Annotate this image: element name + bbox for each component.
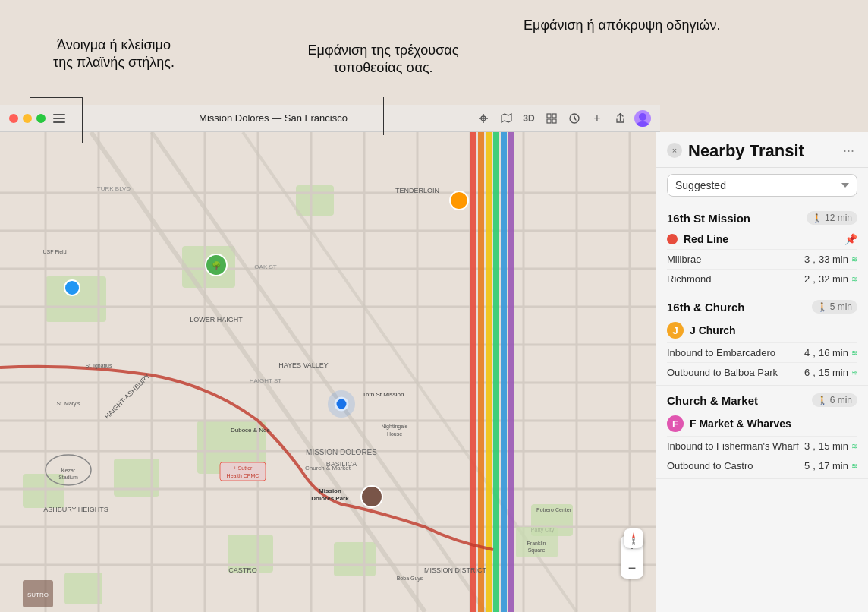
map-area[interactable]: 🌳 MISSION DOLORES BASILICA LOWER HAIGHT … [0, 132, 660, 612]
svg-text:HAYES VALLEY: HAYES VALLEY [278, 361, 329, 369]
realtime-icon-5: ≋ [851, 442, 857, 450]
direction-name-fishermans: Inbound to Fisherman's Wharf [667, 440, 804, 452]
svg-text:TURK BLVD: TURK BLVD [97, 185, 131, 192]
f-market-badge: F [667, 415, 684, 432]
direction-millbrae[interactable]: Millbrae 3, 33 min ≋ [667, 249, 857, 269]
window-title: Mission Dolores — San Francisco [71, 112, 475, 124]
station-name-16th-church: 16th & Church [667, 301, 745, 314]
svg-text:House: House [387, 431, 402, 437]
filter-dropdown[interactable]: SuggestedClosestAlphabetical [667, 174, 857, 197]
sidebar-toggle-button[interactable] [53, 114, 65, 123]
svg-text:N: N [632, 541, 635, 546]
map-mode-button[interactable] [498, 110, 514, 127]
realtime-icon: ≋ [851, 255, 857, 263]
svg-text:TENDERLOIN: TENDERLOIN [395, 187, 439, 194]
share-button[interactable] [612, 110, 628, 127]
svg-text:Nightingale: Nightingale [381, 424, 407, 430]
location-button[interactable] [475, 110, 492, 127]
realtime-icon-4: ≋ [851, 368, 857, 377]
svg-text:HAIGHT ST: HAIGHT ST [250, 377, 282, 384]
svg-point-7 [637, 121, 649, 127]
svg-text:CASTRO: CASTRO [228, 566, 257, 574]
realtime-icon-2: ≋ [851, 275, 857, 283]
realtime-icon-6: ≋ [851, 462, 857, 470]
svg-text:+ Sutter: + Sutter [234, 465, 253, 471]
svg-rect-15 [64, 573, 102, 604]
svg-text:OAK ST: OAK ST [254, 263, 276, 270]
svg-marker-94 [632, 532, 635, 538]
svg-rect-49 [501, 132, 507, 612]
transit-section-church-market: Church & Market 🚶 6 min F F Market & Wha… [656, 386, 868, 479]
svg-point-6 [639, 113, 646, 121]
annotation-center: Εμφάνιση της τρέχουσας τοποθεσίας σας. [296, 42, 470, 77]
svg-point-57 [450, 191, 468, 210]
j-church-badge: J [667, 322, 684, 339]
svg-rect-2 [552, 114, 556, 118]
direction-balboa[interactable]: Outbound to Balboa Park 6, 15 min ≋ [667, 362, 857, 382]
station-name-16th-mission: 16th St Mission [667, 212, 750, 225]
zoom-out-button[interactable]: − [621, 557, 643, 579]
direction-richmond[interactable]: Richmond 2, 32 min ≋ [667, 269, 857, 289]
svg-text:ASHBURY HEIGHTS: ASHBURY HEIGHTS [43, 506, 108, 513]
direction-name-balboa: Outbound to Balboa Park [667, 367, 804, 378]
direction-fishermans[interactable]: Inbound to Fisherman's Wharf 3, 15 min ≋ [667, 436, 857, 456]
add-button[interactable]: + [589, 110, 605, 127]
svg-text:SUTRO: SUTRO [27, 591, 49, 598]
arrival-info-balboa: 6, 15 min ≋ [804, 367, 857, 378]
traffic-lights [9, 114, 46, 123]
svg-text:Square: Square [528, 547, 546, 554]
svg-rect-50 [508, 132, 514, 612]
realtime-icon-3: ≋ [851, 349, 857, 357]
svg-text:Franklin: Franklin [527, 541, 546, 546]
compass-control[interactable]: N [624, 528, 643, 548]
sidebar-panel: × Nearby Transit ··· SuggestedClosestAlp… [656, 132, 868, 612]
svg-rect-1 [547, 114, 551, 118]
toolbar-actions: 3D + [475, 110, 651, 127]
svg-point-52 [328, 390, 355, 418]
red-line-label: Red Line [684, 233, 844, 245]
line-row-red: Red Line 📌 [667, 229, 857, 249]
red-line-badge [667, 234, 678, 244]
transit-section-16th-church: 16th & Church 🚶 5 min J J Church Inbound… [656, 292, 868, 386]
arrival-info-fishermans: 3, 15 min ≋ [804, 440, 857, 452]
sidebar-close-button[interactable]: × [667, 143, 682, 158]
svg-text:Dolores Park: Dolores Park [311, 495, 349, 502]
direction-name-embarcadero: Inbound to Embarcadero [667, 347, 804, 358]
svg-text:Church & Market: Church & Market [305, 465, 351, 472]
station-header-church-market: Church & Market 🚶 6 min [667, 393, 857, 407]
sidebar-more-button[interactable]: ··· [840, 141, 857, 160]
3d-button[interactable]: 3D [520, 110, 537, 127]
svg-text:Kezar: Kezar [61, 468, 76, 473]
direction-name-millbrae: Millbrae [667, 254, 804, 265]
direction-embarcadero[interactable]: Inbound to Embarcadero 4, 16 min ≋ [667, 342, 857, 362]
walk-time-16th-mission: 🚶 12 min [807, 211, 857, 225]
direction-castro[interactable]: Outbound to Castro 5, 17 min ≋ [667, 456, 857, 475]
grid-button[interactable] [543, 110, 560, 127]
walk-icon-2: 🚶 [817, 302, 828, 312]
direction-name-castro: Outbound to Castro [667, 460, 804, 472]
maximize-button[interactable] [36, 114, 46, 123]
svg-rect-4 [552, 119, 556, 123]
svg-text:Health CPMC: Health CPMC [227, 473, 259, 478]
svg-text:St. Ignatius: St. Ignatius [85, 363, 112, 369]
line-row-f-market: F F Market & Wharves [667, 412, 857, 436]
j-church-label: J Church [690, 324, 857, 336]
user-avatar[interactable] [634, 110, 651, 127]
walk-time-church-market: 🚶 6 min [812, 393, 857, 407]
clock-button[interactable] [566, 110, 583, 127]
minimize-button[interactable] [23, 114, 32, 123]
f-market-label: F Market & Wharves [690, 418, 857, 430]
svg-rect-3 [547, 119, 551, 123]
walk-time-16th-church: 🚶 5 min [812, 300, 857, 314]
titlebar: Mission Dolores — San Francisco 3D + [0, 105, 660, 132]
arrival-info-richmond: 2, 32 min ≋ [804, 273, 857, 285]
line-row-j-church: J J Church [667, 318, 857, 342]
svg-rect-45 [470, 132, 476, 612]
svg-rect-17 [334, 542, 376, 576]
svg-rect-48 [493, 132, 499, 612]
svg-rect-46 [478, 132, 484, 612]
station-header-16th-church: 16th & Church 🚶 5 min [667, 300, 857, 314]
svg-text:Mission: Mission [319, 487, 341, 494]
svg-text:Stadium: Stadium [58, 475, 78, 480]
close-button[interactable] [9, 114, 18, 123]
